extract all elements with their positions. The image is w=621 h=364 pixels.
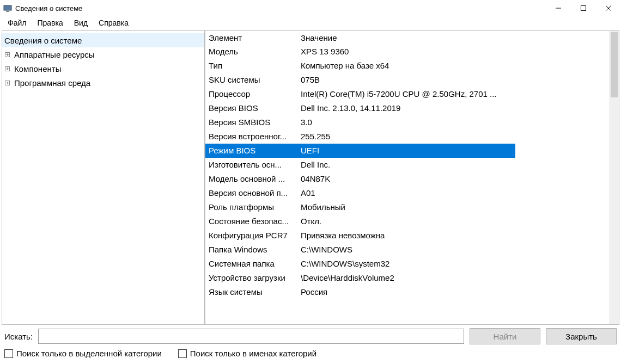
tree-item-software-env[interactable]: Программная среда	[2, 76, 204, 90]
property-name[interactable]: Версия BIOS	[205, 101, 297, 115]
property-value[interactable]: \Device\HarddiskVolume2	[297, 271, 619, 285]
close-panel-button[interactable]: Закрыть	[546, 328, 617, 344]
property-value[interactable]: Привязка невозможна	[297, 229, 619, 243]
property-name[interactable]: Язык системы	[205, 285, 297, 299]
footer: Искать: Найти Закрыть Поиск только в выд…	[0, 325, 621, 364]
property-value[interactable]: 075B	[297, 73, 619, 87]
property-name[interactable]: Версия встроенног...	[205, 129, 297, 144]
content-area: Сведения о системе Аппаратные ресурсы Ко…	[2, 30, 619, 325]
window-title: Сведения о системе	[15, 4, 82, 13]
tree-root-label: Сведения о системе	[3, 35, 83, 46]
property-value[interactable]: C:\WINDOWS\system32	[297, 257, 619, 271]
search-options: Поиск только в выделенной категории Поис…	[4, 349, 617, 358]
property-name[interactable]: Тип	[205, 59, 297, 73]
checkbox-icon	[4, 349, 13, 358]
property-name[interactable]: Версия основной п...	[205, 186, 297, 200]
svg-rect-1	[6, 11, 9, 12]
tree-item-hardware[interactable]: Аппаратные ресурсы	[2, 47, 204, 61]
property-name[interactable]: Модель основной ...	[205, 172, 297, 186]
find-button[interactable]: Найти	[470, 328, 540, 344]
details-panel: Элемент Значение МодельXPS 13 9360ТипКом…	[205, 31, 619, 324]
svg-rect-3	[581, 6, 586, 11]
checkbox-selected-category[interactable]: Поиск только в выделенной категории	[4, 349, 162, 358]
expander-icon[interactable]	[3, 65, 11, 72]
category-tree[interactable]: Сведения о системе Аппаратные ресурсы Ко…	[2, 31, 205, 324]
minimize-button[interactable]	[546, 0, 571, 16]
property-value[interactable]: Компьютер на базе x64	[297, 59, 619, 73]
maximize-button[interactable]	[571, 0, 596, 16]
scroll-thumb[interactable]	[611, 32, 618, 97]
property-value[interactable]: Откл.	[297, 214, 619, 229]
checkbox-icon	[178, 349, 187, 358]
property-name[interactable]: Состояние безопас...	[205, 214, 297, 229]
menu-file[interactable]: Файл	[3, 17, 31, 28]
property-value[interactable]: XPS 13 9360	[297, 45, 619, 59]
menubar: Файл Правка Вид Справка	[0, 16, 621, 29]
property-name[interactable]: Процессор	[205, 87, 297, 101]
property-name[interactable]: Конфигурация PCR7	[205, 229, 297, 243]
property-value[interactable]: Dell Inc.	[297, 158, 619, 172]
property-name[interactable]: Версия SMBIOS	[205, 115, 297, 129]
column-header-value[interactable]: Значение	[297, 31, 619, 45]
expander-icon[interactable]	[3, 79, 11, 87]
expander-icon[interactable]	[3, 51, 11, 58]
property-value[interactable]: Мобильный	[297, 200, 619, 214]
property-value[interactable]: UEFI	[297, 144, 515, 158]
close-button[interactable]	[596, 0, 621, 16]
property-value[interactable]: C:\WINDOWS	[297, 243, 619, 257]
search-row: Искать: Найти Закрыть	[4, 328, 617, 344]
property-value[interactable]: A01	[297, 186, 619, 200]
property-value[interactable]: 255.255	[297, 129, 619, 144]
tree-root[interactable]: Сведения о системе	[2, 33, 204, 47]
menu-edit[interactable]: Правка	[33, 17, 67, 28]
search-input[interactable]	[38, 329, 464, 344]
search-label: Искать:	[4, 332, 33, 341]
property-name[interactable]: Папка Windows	[205, 243, 297, 257]
property-name[interactable]: Системная папка	[205, 257, 297, 271]
app-icon	[3, 4, 12, 13]
svg-rect-0	[4, 5, 11, 10]
tree-item-label: Компоненты	[13, 64, 62, 74]
property-value[interactable]: Dell Inc. 2.13.0, 14.11.2019	[297, 101, 619, 115]
checkbox-label: Поиск только в именах категорий	[190, 349, 316, 358]
vertical-scrollbar[interactable]	[610, 31, 619, 324]
property-name[interactable]: SKU системы	[205, 73, 297, 87]
property-name[interactable]: Режим BIOS	[205, 144, 297, 158]
checkbox-label: Поиск только в выделенной категории	[16, 349, 162, 358]
system-information-window: Сведения о системе Файл Правка Вид Справ…	[0, 0, 621, 364]
property-name[interactable]: Роль платформы	[205, 200, 297, 214]
checkbox-category-names[interactable]: Поиск только в именах категорий	[178, 349, 316, 358]
property-name[interactable]: Устройство загрузки	[205, 271, 297, 285]
menu-view[interactable]: Вид	[70, 17, 92, 28]
property-value[interactable]: Intel(R) Core(TM) i5-7200U CPU @ 2.50GHz…	[297, 87, 619, 101]
column-header-name[interactable]: Элемент	[205, 31, 297, 45]
tree-item-label: Программная среда	[13, 78, 92, 88]
menu-help[interactable]: Справка	[94, 17, 133, 28]
property-value[interactable]: 04N87K	[297, 172, 619, 186]
property-name[interactable]: Модель	[205, 45, 297, 59]
tree-item-label: Аппаратные ресурсы	[13, 50, 96, 60]
property-name[interactable]: Изготовитель осн...	[205, 158, 297, 172]
tree-item-components[interactable]: Компоненты	[2, 61, 204, 76]
property-value[interactable]: Россия	[297, 285, 619, 299]
property-value[interactable]: 3.0	[297, 115, 619, 129]
titlebar[interactable]: Сведения о системе	[0, 0, 621, 16]
